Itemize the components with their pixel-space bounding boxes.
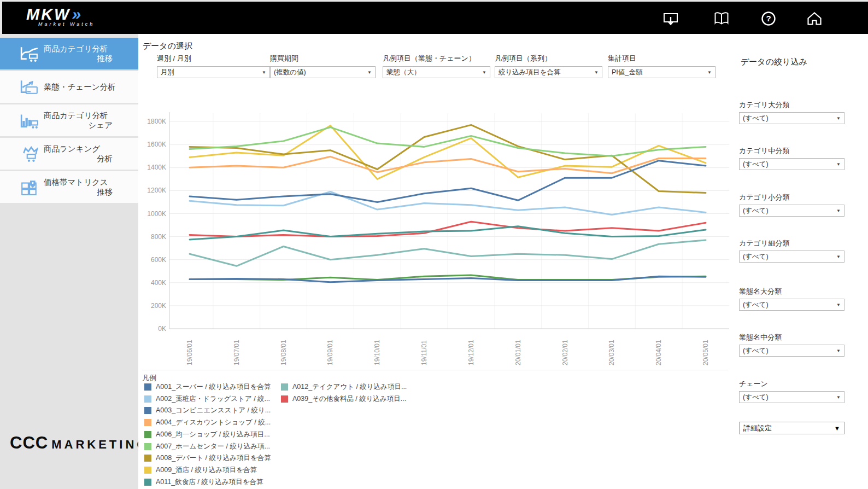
sidebar: 商品カテゴリ分析推移業態・チェーン分析商品カテゴリ分析シェア商品ランキング分析価… — [0, 34, 138, 489]
crown-cart-icon — [19, 144, 40, 163]
legend-swatch — [144, 383, 151, 391]
legend-swatch — [281, 383, 288, 391]
svg-text:0K: 0K — [158, 325, 166, 333]
svg-text:20/01/01: 20/01/01 — [514, 340, 522, 365]
legend-label: A003_コンビニエンスストア / 絞り... — [156, 406, 271, 415]
caret-down-icon: ▼ — [482, 70, 486, 75]
selected-value: (すべて) — [743, 346, 834, 356]
selected-value: (すべて) — [743, 206, 834, 216]
svg-text:19/11/01: 19/11/01 — [420, 340, 428, 365]
sidebar-menu: 商品カテゴリ分析推移業態・チェーン分析商品カテゴリ分析シェア商品ランキング分析価… — [0, 34, 138, 203]
svg-text:19/08/01: 19/08/01 — [280, 340, 288, 365]
legend-label: A004_ディスカウントショップ / 絞... — [156, 418, 271, 427]
selected-value: (複数の値) — [274, 68, 365, 77]
legend-gyotai-select[interactable]: 業態（大）▼ — [383, 66, 490, 78]
caret-down-icon: ▼ — [262, 70, 266, 75]
svg-text:20/04/01: 20/04/01 — [655, 340, 662, 365]
svg-text:19/07/01: 19/07/01 — [233, 340, 241, 365]
sidebar-item-product-ranking[interactable]: 商品ランキング分析 — [0, 138, 138, 170]
legend-item[interactable]: A001_スーパー / 絞り込み項目を合算 — [144, 382, 271, 392]
caret-down-icon: ▼ — [594, 70, 599, 75]
sidebar-item-category-share[interactable]: 商品カテゴリ分析シェア — [0, 104, 138, 136]
filter-label-week-month: 週別 / 月別 — [157, 54, 270, 63]
download-icon[interactable] — [661, 9, 680, 28]
filter-group-category-xs: カテゴリ細分類(すべて)▼ — [739, 238, 844, 263]
line-chart[interactable]: 0K200K400K600K800K1000K1200K1400K1600K18… — [141, 107, 730, 370]
sidebar-item-label: 商品カテゴリ分析シェア — [44, 110, 131, 130]
filter-group-gyotai-l: 業態名大分類(すべて)▼ — [739, 287, 844, 311]
caret-down-icon: ▼ — [836, 348, 841, 353]
legend-label: A009_酒店 / 絞り込み項目を合算 — [156, 465, 257, 475]
legend-item[interactable]: A007_ホームセンター / 絞り込み項... — [144, 442, 270, 451]
legend-item[interactable]: A006_均一ショップ / 絞り込み項目... — [144, 430, 270, 439]
sidebar-item-category-trend[interactable]: 商品カテゴリ分析推移 — [0, 38, 138, 69]
home-icon[interactable] — [805, 9, 824, 28]
sidebar-item-sublabel: 推移 — [44, 54, 131, 63]
legend-item[interactable]: A008_デパート / 絞り込み項目を合算 — [144, 453, 271, 463]
bar-cart-icon — [19, 111, 40, 130]
filter-group-category-s: カテゴリ小分類(すべて)▼ — [739, 193, 844, 217]
sidebar-item-label: 価格帯マトリクス推移 — [44, 177, 131, 197]
sidebar-item-label: 業態・チェーン分析 — [44, 82, 131, 92]
svg-text:800K: 800K — [151, 233, 166, 241]
filter-label-legend-series: 凡例項目（系列） — [495, 54, 602, 63]
sidebar-item-chain-analysis[interactable]: 業態・チェーン分析 — [0, 71, 138, 103]
manual-book-icon[interactable] — [712, 9, 731, 28]
legend-item[interactable]: A003_コンビニエンスストア / 絞り... — [144, 406, 271, 415]
filter-label-legend-gyotai: 凡例項目（業態・チェーン） — [383, 54, 490, 63]
help-icon[interactable]: ? — [759, 9, 778, 28]
filter-group-legend-gyotai: 凡例項目（業態・チェーン）業態（大）▼ — [383, 54, 490, 78]
top-bar: MKW» Market Watch ? — [2, 2, 868, 34]
legend-series-select[interactable]: 絞り込み項目を合算▼ — [495, 66, 602, 78]
filter-label-category-xs: カテゴリ細分類 — [739, 238, 844, 248]
svg-text:1200K: 1200K — [147, 187, 166, 194]
legend-swatch — [281, 395, 288, 403]
filter-label-chain: チェーン — [739, 379, 844, 389]
chain-select[interactable]: (すべて)▼ — [739, 391, 844, 403]
svg-text:400K: 400K — [151, 279, 166, 287]
legend-label: A007_ホームセンター / 絞り込み項... — [156, 442, 270, 451]
sidebar-item-label: 商品カテゴリ分析推移 — [44, 44, 131, 63]
selected-value: 絞り込み項目を合算 — [498, 68, 592, 77]
data-selection-title: データの選択 — [143, 41, 192, 51]
legend-item[interactable]: A012_テイクアウト / 絞り込み項目... — [281, 382, 407, 392]
week-month-select[interactable]: 月別▼ — [157, 66, 270, 78]
filter-label-category-m: カテゴリ中分類 — [739, 146, 844, 156]
advanced-settings-button[interactable]: 詳細設定 ▼ — [739, 422, 844, 434]
data-filter-title: データの絞り込み — [741, 57, 807, 67]
legend-label: A006_均一ショップ / 絞り込み項目... — [156, 430, 270, 439]
gyotai-l-select[interactable]: (すべて)▼ — [739, 299, 844, 311]
period-select[interactable]: (複数の値)▼ — [270, 66, 376, 78]
selected-value: (すべて) — [743, 300, 834, 310]
sidebar-item-price-matrix[interactable]: 価格帯マトリクス推移 — [0, 171, 138, 203]
caret-down-icon: ▼ — [836, 208, 841, 213]
category-m-select[interactable]: (すべて)▼ — [739, 158, 844, 170]
caret-down-icon: ▼ — [707, 70, 712, 75]
measure-select[interactable]: PI値_金額▼ — [608, 66, 715, 78]
filter-group-measure: 集計項目PI値_金額▼ — [608, 54, 715, 78]
sidebar-item-sublabel: シェア — [44, 120, 131, 130]
ccc-marketing-logo: CCCMARKETING — [10, 433, 149, 453]
category-s-select[interactable]: (すべて)▼ — [739, 205, 844, 217]
svg-text:20/03/01: 20/03/01 — [608, 340, 615, 365]
legend-swatch — [144, 431, 151, 438]
category-l-select[interactable]: (すべて)▼ — [739, 112, 844, 124]
gyotai-m-select[interactable]: (すべて)▼ — [739, 345, 844, 357]
filter-label-period: 購買期間 — [270, 54, 376, 63]
svg-text:200K: 200K — [151, 302, 166, 310]
matrix-grid-icon — [19, 178, 40, 196]
legend-item[interactable]: A011_飲食店 / 絞り込み項目を合算 — [144, 478, 263, 487]
legend-item[interactable]: A004_ディスカウントショップ / 絞... — [144, 418, 271, 427]
legend-label: A011_飲食店 / 絞り込み項目を合算 — [156, 478, 263, 487]
legend-item[interactable]: A009_酒店 / 絞り込み項目を合算 — [144, 465, 257, 475]
caret-down-icon: ▼ — [836, 254, 841, 259]
svg-text:19/06/01: 19/06/01 — [186, 340, 193, 365]
sidebar-item-label: 商品ランキング分析 — [44, 144, 131, 164]
legend-item[interactable]: A039_その他食料品 / 絞り込み項目... — [281, 394, 406, 404]
category-xs-select[interactable]: (すべて)▼ — [739, 251, 844, 263]
mkw-logo[interactable]: MKW» Market Watch — [26, 5, 95, 27]
filter-group-legend-series: 凡例項目（系列）絞り込み項目を合算▼ — [495, 54, 602, 78]
svg-text:1600K: 1600K — [147, 141, 166, 148]
svg-text:19/10/01: 19/10/01 — [373, 340, 381, 365]
legend-item[interactable]: A002_薬粧店・ドラッグストア / 絞... — [144, 394, 270, 404]
